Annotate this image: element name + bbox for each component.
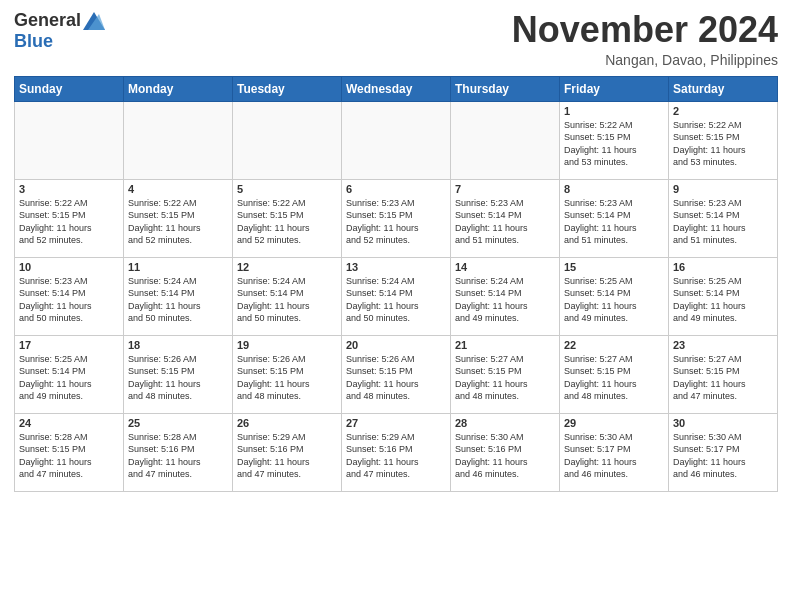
day-number: 16 xyxy=(673,261,773,273)
day-info: Sunrise: 5:22 AMSunset: 5:15 PMDaylight:… xyxy=(128,197,228,247)
calendar-day-cell: 15Sunrise: 5:25 AMSunset: 5:14 PMDayligh… xyxy=(560,257,669,335)
day-number: 5 xyxy=(237,183,337,195)
calendar-day-cell: 7Sunrise: 5:23 AMSunset: 5:14 PMDaylight… xyxy=(451,179,560,257)
title-section: November 2024 Nangan, Davao, Philippines xyxy=(512,10,778,68)
day-info: Sunrise: 5:24 AMSunset: 5:14 PMDaylight:… xyxy=(128,275,228,325)
day-number: 19 xyxy=(237,339,337,351)
calendar-day-cell: 13Sunrise: 5:24 AMSunset: 5:14 PMDayligh… xyxy=(342,257,451,335)
calendar-day-cell: 14Sunrise: 5:24 AMSunset: 5:14 PMDayligh… xyxy=(451,257,560,335)
day-number: 25 xyxy=(128,417,228,429)
calendar-week-row: 1Sunrise: 5:22 AMSunset: 5:15 PMDaylight… xyxy=(15,101,778,179)
calendar-day-cell: 18Sunrise: 5:26 AMSunset: 5:15 PMDayligh… xyxy=(124,335,233,413)
calendar-day-cell: 22Sunrise: 5:27 AMSunset: 5:15 PMDayligh… xyxy=(560,335,669,413)
calendar-day-cell: 20Sunrise: 5:26 AMSunset: 5:15 PMDayligh… xyxy=(342,335,451,413)
calendar-day-cell xyxy=(124,101,233,179)
weekday-header: Thursday xyxy=(451,76,560,101)
day-number: 26 xyxy=(237,417,337,429)
calendar-day-cell: 3Sunrise: 5:22 AMSunset: 5:15 PMDaylight… xyxy=(15,179,124,257)
day-info: Sunrise: 5:26 AMSunset: 5:15 PMDaylight:… xyxy=(237,353,337,403)
logo-blue: Blue xyxy=(14,31,53,52)
day-info: Sunrise: 5:23 AMSunset: 5:14 PMDaylight:… xyxy=(564,197,664,247)
weekday-header: Sunday xyxy=(15,76,124,101)
calendar-day-cell: 4Sunrise: 5:22 AMSunset: 5:15 PMDaylight… xyxy=(124,179,233,257)
calendar-day-cell: 6Sunrise: 5:23 AMSunset: 5:15 PMDaylight… xyxy=(342,179,451,257)
day-number: 1 xyxy=(564,105,664,117)
day-number: 29 xyxy=(564,417,664,429)
calendar-day-cell xyxy=(15,101,124,179)
calendar-day-cell: 8Sunrise: 5:23 AMSunset: 5:14 PMDaylight… xyxy=(560,179,669,257)
day-number: 12 xyxy=(237,261,337,273)
calendar-day-cell xyxy=(233,101,342,179)
day-number: 10 xyxy=(19,261,119,273)
day-number: 15 xyxy=(564,261,664,273)
weekday-header: Friday xyxy=(560,76,669,101)
day-info: Sunrise: 5:22 AMSunset: 5:15 PMDaylight:… xyxy=(673,119,773,169)
logo-text: General xyxy=(14,10,105,31)
day-info: Sunrise: 5:27 AMSunset: 5:15 PMDaylight:… xyxy=(564,353,664,403)
calendar-day-cell: 2Sunrise: 5:22 AMSunset: 5:15 PMDaylight… xyxy=(669,101,778,179)
day-info: Sunrise: 5:29 AMSunset: 5:16 PMDaylight:… xyxy=(346,431,446,481)
day-info: Sunrise: 5:22 AMSunset: 5:15 PMDaylight:… xyxy=(564,119,664,169)
calendar-week-row: 17Sunrise: 5:25 AMSunset: 5:14 PMDayligh… xyxy=(15,335,778,413)
calendar-day-cell: 26Sunrise: 5:29 AMSunset: 5:16 PMDayligh… xyxy=(233,413,342,491)
day-info: Sunrise: 5:26 AMSunset: 5:15 PMDaylight:… xyxy=(346,353,446,403)
calendar-day-cell: 19Sunrise: 5:26 AMSunset: 5:15 PMDayligh… xyxy=(233,335,342,413)
day-info: Sunrise: 5:26 AMSunset: 5:15 PMDaylight:… xyxy=(128,353,228,403)
day-number: 20 xyxy=(346,339,446,351)
day-info: Sunrise: 5:25 AMSunset: 5:14 PMDaylight:… xyxy=(564,275,664,325)
calendar: SundayMondayTuesdayWednesdayThursdayFrid… xyxy=(14,76,778,492)
day-number: 11 xyxy=(128,261,228,273)
logo-icon xyxy=(83,12,105,30)
day-info: Sunrise: 5:27 AMSunset: 5:15 PMDaylight:… xyxy=(673,353,773,403)
day-info: Sunrise: 5:29 AMSunset: 5:16 PMDaylight:… xyxy=(237,431,337,481)
day-number: 2 xyxy=(673,105,773,117)
weekday-header: Monday xyxy=(124,76,233,101)
calendar-day-cell: 17Sunrise: 5:25 AMSunset: 5:14 PMDayligh… xyxy=(15,335,124,413)
day-info: Sunrise: 5:27 AMSunset: 5:15 PMDaylight:… xyxy=(455,353,555,403)
header: General Blue November 2024 Nangan, Davao… xyxy=(14,10,778,68)
day-info: Sunrise: 5:25 AMSunset: 5:14 PMDaylight:… xyxy=(673,275,773,325)
day-info: Sunrise: 5:24 AMSunset: 5:14 PMDaylight:… xyxy=(455,275,555,325)
calendar-day-cell: 10Sunrise: 5:23 AMSunset: 5:14 PMDayligh… xyxy=(15,257,124,335)
calendar-day-cell: 24Sunrise: 5:28 AMSunset: 5:15 PMDayligh… xyxy=(15,413,124,491)
calendar-day-cell: 9Sunrise: 5:23 AMSunset: 5:14 PMDaylight… xyxy=(669,179,778,257)
day-number: 30 xyxy=(673,417,773,429)
day-number: 23 xyxy=(673,339,773,351)
calendar-day-cell: 16Sunrise: 5:25 AMSunset: 5:14 PMDayligh… xyxy=(669,257,778,335)
weekday-header: Tuesday xyxy=(233,76,342,101)
day-number: 7 xyxy=(455,183,555,195)
day-number: 3 xyxy=(19,183,119,195)
day-number: 6 xyxy=(346,183,446,195)
day-info: Sunrise: 5:23 AMSunset: 5:14 PMDaylight:… xyxy=(673,197,773,247)
logo-general: General xyxy=(14,10,81,31)
logo: General Blue xyxy=(14,10,105,52)
day-info: Sunrise: 5:30 AMSunset: 5:17 PMDaylight:… xyxy=(673,431,773,481)
calendar-day-cell: 11Sunrise: 5:24 AMSunset: 5:14 PMDayligh… xyxy=(124,257,233,335)
day-number: 9 xyxy=(673,183,773,195)
calendar-day-cell: 23Sunrise: 5:27 AMSunset: 5:15 PMDayligh… xyxy=(669,335,778,413)
calendar-week-row: 24Sunrise: 5:28 AMSunset: 5:15 PMDayligh… xyxy=(15,413,778,491)
day-info: Sunrise: 5:23 AMSunset: 5:14 PMDaylight:… xyxy=(19,275,119,325)
day-number: 8 xyxy=(564,183,664,195)
calendar-day-cell: 25Sunrise: 5:28 AMSunset: 5:16 PMDayligh… xyxy=(124,413,233,491)
calendar-day-cell: 5Sunrise: 5:22 AMSunset: 5:15 PMDaylight… xyxy=(233,179,342,257)
day-info: Sunrise: 5:28 AMSunset: 5:15 PMDaylight:… xyxy=(19,431,119,481)
weekday-header: Wednesday xyxy=(342,76,451,101)
day-number: 17 xyxy=(19,339,119,351)
day-number: 14 xyxy=(455,261,555,273)
calendar-day-cell xyxy=(342,101,451,179)
day-number: 24 xyxy=(19,417,119,429)
calendar-day-cell xyxy=(451,101,560,179)
month-title: November 2024 xyxy=(512,10,778,50)
calendar-day-cell: 21Sunrise: 5:27 AMSunset: 5:15 PMDayligh… xyxy=(451,335,560,413)
calendar-day-cell: 12Sunrise: 5:24 AMSunset: 5:14 PMDayligh… xyxy=(233,257,342,335)
day-info: Sunrise: 5:30 AMSunset: 5:16 PMDaylight:… xyxy=(455,431,555,481)
weekday-header: Saturday xyxy=(669,76,778,101)
logo-blue-text: Blue xyxy=(14,31,53,52)
calendar-day-cell: 27Sunrise: 5:29 AMSunset: 5:16 PMDayligh… xyxy=(342,413,451,491)
day-number: 28 xyxy=(455,417,555,429)
day-info: Sunrise: 5:25 AMSunset: 5:14 PMDaylight:… xyxy=(19,353,119,403)
calendar-day-cell: 30Sunrise: 5:30 AMSunset: 5:17 PMDayligh… xyxy=(669,413,778,491)
day-info: Sunrise: 5:23 AMSunset: 5:15 PMDaylight:… xyxy=(346,197,446,247)
day-number: 4 xyxy=(128,183,228,195)
